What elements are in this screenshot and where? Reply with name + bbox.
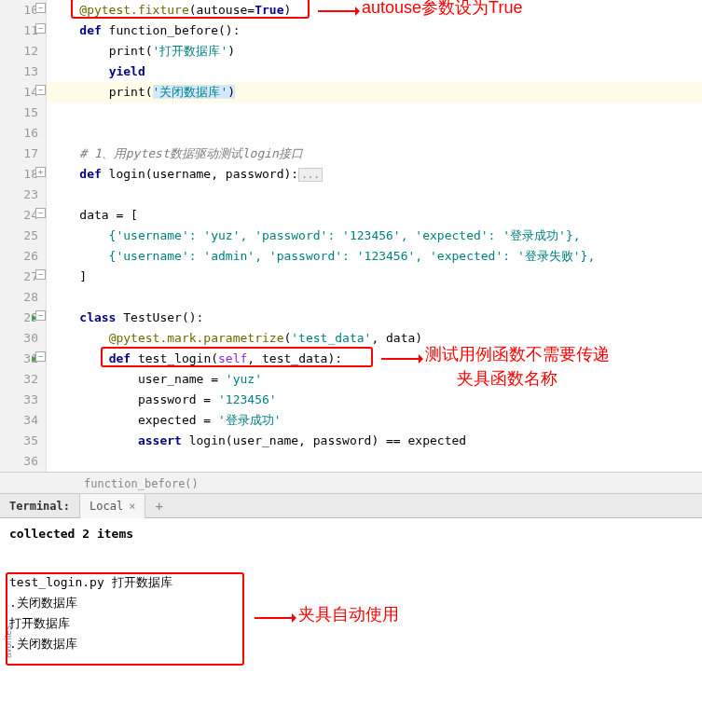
line-number: 18 [0,164,38,185]
code-content[interactable]: @pytest.fixture(autouse=True)− def funct… [47,0,702,472]
terminal-line: test_login.py 打开数据库 [9,572,693,593]
decorator: @pytest.fixture [79,3,188,17]
line-number: 14 [0,82,38,103]
line-number: 12 [0,41,38,62]
line-number: 27 [0,267,38,287]
fold-icon[interactable]: − [35,208,46,218]
line-number: 11 [0,21,38,41]
fold-icon[interactable]: − [35,269,46,280]
line-number: 36 [0,451,38,472]
fold-icon[interactable]: − [35,85,46,95]
line-number: 34 [0,410,38,431]
code-editor[interactable]: 10 11 12 13 14 15 16 17 18 23 24 25 26 2… [0,0,702,472]
terminal-label: Terminal: [0,500,79,513]
terminal-header: Terminal: Local × + [0,494,702,518]
line-number: 35 [0,431,38,451]
fold-icon[interactable]: − [35,23,46,34]
fold-icon[interactable]: − [35,351,46,362]
line-number: 33 [0,390,38,410]
line-number: 25 [0,226,38,246]
add-tab-button[interactable]: + [145,499,172,514]
terminal-line: 打开数据库 [9,613,693,634]
terminal-tab-local[interactable]: Local × [79,494,145,518]
line-number: 13 [0,62,38,82]
line-number: 28 [0,287,38,308]
terminal-line: .关闭数据库 [9,634,693,654]
terminal-line: .关闭数据库 [9,593,693,613]
line-number: 17 [0,144,38,164]
side-panel-label[interactable]: avorites [0,625,19,658]
close-icon[interactable]: × [129,494,135,518]
line-number: 29▶ [0,308,38,328]
folded-code-icon[interactable]: ... [298,168,323,182]
line-number: 15 [0,103,38,123]
line-gutter: 10 11 12 13 14 15 16 17 18 23 24 25 26 2… [0,0,47,472]
line-number: 24 [0,205,38,226]
tab-label: Local [89,494,123,518]
breadcrumb[interactable]: function_before() [0,472,702,494]
line-number: 30 [0,328,38,349]
fold-icon[interactable]: − [35,3,46,13]
line-number: 10 [0,0,38,21]
terminal-line: collected 2 items [9,524,693,544]
line-number: 32 [0,369,38,390]
line-number: 16 [0,123,38,144]
line-number: 31▶ [0,349,38,369]
fold-icon[interactable]: + [35,167,46,177]
terminal-output[interactable]: avorites collected 2 items test_login.py… [0,518,702,677]
line-number: 26 [0,246,38,267]
line-number: 23 [0,185,38,205]
fold-icon[interactable]: − [35,310,46,321]
